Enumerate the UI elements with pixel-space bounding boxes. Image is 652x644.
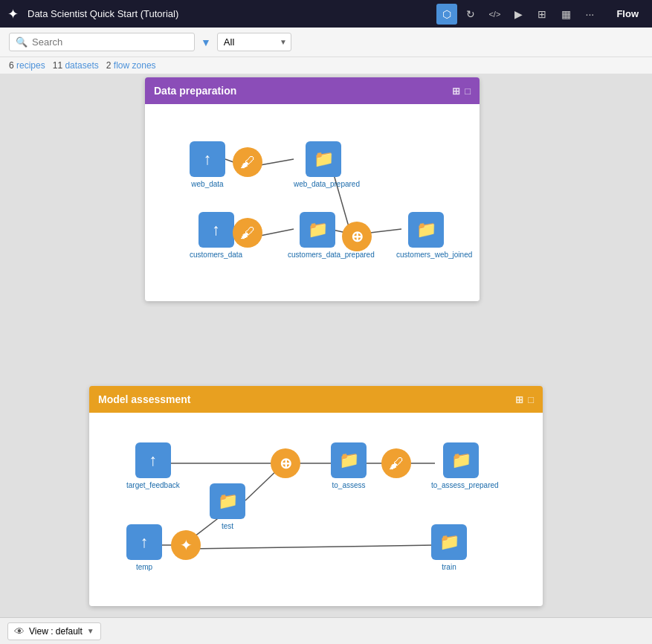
- view-select[interactable]: 👁 View : default ▼: [7, 622, 101, 640]
- node-to-assess[interactable]: 📁 to_assess: [331, 442, 367, 489]
- zone-model-header: Model assessment ⊞ □: [89, 386, 543, 413]
- search-input[interactable]: [32, 36, 188, 48]
- split-icon: ✦: [180, 536, 193, 554]
- join-recipe-box: ⊕: [342, 222, 372, 251]
- node-customers-web-joined[interactable]: 📁 customers_web_joined: [396, 212, 456, 259]
- train-box: 📁: [431, 524, 467, 560]
- folder-icon5: 📁: [339, 451, 359, 470]
- customers-data-box: ↑: [198, 212, 234, 248]
- play-nav-icon[interactable]: ▶: [508, 4, 529, 25]
- stats-bar: 6 recipes 11 datasets 2 flow zones: [0, 57, 652, 74]
- node-customers-data-prepared[interactable]: 📁 customers_data_prepared: [288, 212, 347, 259]
- node-test[interactable]: 📁 test: [210, 483, 245, 530]
- search-icon: 🔍: [16, 36, 28, 48]
- to-assess-prepared-box: 📁: [443, 442, 479, 478]
- web-data-prepared-label: web_data_prepared: [294, 180, 353, 188]
- customers-data-prepared-label: customers_data_prepared: [288, 251, 347, 259]
- web-data-box: ↑: [190, 141, 225, 177]
- zone-prep-pin-icon[interactable]: ⊞: [452, 86, 460, 97]
- navbar: ✦ Data Scientist Quick Start (Tutorial) …: [0, 0, 652, 28]
- customers-web-joined-label: customers_web_joined: [396, 251, 456, 259]
- folder-icon4: 📁: [218, 492, 238, 511]
- to-assess-label: to_assess: [332, 481, 365, 489]
- zone-data-preparation: Data preparation ⊞ □: [145, 77, 480, 301]
- prep-recipe1-box: 🖌: [233, 147, 262, 177]
- customers-data-prepared-box: 📁: [300, 212, 335, 248]
- to-assess-prepared-label: to_assess_prepared: [431, 481, 491, 489]
- datasets-link[interactable]: datasets: [65, 60, 98, 71]
- node-prep-recipe1[interactable]: 🖌: [233, 147, 262, 177]
- deploy-nav-icon[interactable]: ⊞: [532, 4, 552, 25]
- join-icon2: ⊕: [280, 454, 292, 472]
- app-logo: ✦: [7, 6, 19, 22]
- upload-icon2: ↑: [212, 220, 220, 239]
- node-web-data[interactable]: ↑ web_data: [190, 141, 225, 188]
- customers-data-label: customers_data: [190, 251, 242, 259]
- prep-flow-svg: [145, 104, 480, 301]
- train-label: train: [442, 563, 456, 571]
- flow-label: Flow: [610, 7, 645, 21]
- zone-prep-header: Data preparation ⊞ □: [145, 77, 480, 104]
- zone-model-expand-icon[interactable]: □: [528, 394, 534, 405]
- filter-wrapper[interactable]: All Datasets Recipes Flow zones ▼: [217, 33, 291, 51]
- filter-icon: ▼: [201, 36, 211, 48]
- folder-icon1: 📁: [314, 149, 334, 169]
- temp-box: ↑: [126, 524, 162, 560]
- search-box[interactable]: 🔍: [9, 33, 195, 51]
- more-nav-icon[interactable]: ···: [579, 4, 600, 25]
- recipes-count: 6: [9, 60, 14, 71]
- node-target-feedback[interactable]: ↑ target_feedback: [126, 442, 180, 489]
- flow-nav-icon[interactable]: ⬡: [436, 4, 457, 25]
- filter-select[interactable]: All Datasets Recipes Flow zones: [217, 33, 291, 51]
- node-temp[interactable]: ↑ temp: [126, 524, 162, 571]
- node-web-data-prepared[interactable]: 📁 web_data_prepared: [294, 141, 353, 188]
- svg-line-14: [188, 545, 435, 549]
- view-label: View : default: [29, 626, 83, 637]
- test-box: 📁: [210, 483, 245, 519]
- node-prep-recipe2[interactable]: 🖌: [233, 218, 262, 248]
- zone-model-title: Model assessment: [98, 393, 191, 405]
- node-train[interactable]: 📁 train: [431, 524, 467, 571]
- node-to-assess-prepared[interactable]: 📁 to_assess_prepared: [431, 442, 491, 489]
- prep-recipe2-box: 🖌: [233, 218, 262, 248]
- zones-count: 2: [106, 60, 112, 71]
- node-assess-recipe[interactable]: 🖌: [381, 448, 411, 478]
- code-nav-icon[interactable]: </>: [484, 4, 505, 25]
- svg-line-1: [260, 159, 294, 165]
- zones-link[interactable]: flow zones: [114, 60, 156, 71]
- zone-prep-header-icons: ⊞ □: [452, 86, 471, 97]
- brush-icon3: 🖌: [389, 455, 404, 472]
- zone-model-body: ↑ target_feedback 📁 test ⊕ 📁: [89, 413, 543, 606]
- table-nav-icon[interactable]: ▦: [555, 4, 576, 25]
- bottom-bar: 👁 View : default ▼: [0, 617, 652, 644]
- node-split-recipe[interactable]: ✦: [171, 530, 201, 560]
- zone-prep-title: Data preparation: [154, 85, 236, 97]
- node-join-recipe2[interactable]: ⊕: [271, 448, 300, 478]
- brush-icon1: 🖌: [240, 154, 255, 171]
- refresh-nav-icon[interactable]: ↻: [460, 4, 481, 25]
- zone-prep-expand-icon[interactable]: □: [465, 86, 471, 97]
- web-data-label: web_data: [191, 180, 223, 188]
- folder-icon3: 📁: [416, 220, 436, 239]
- upload-icon3: ↑: [149, 451, 157, 470]
- folder-icon2: 📁: [308, 220, 328, 239]
- eye-icon: 👁: [14, 625, 25, 637]
- join-icon: ⊕: [351, 228, 364, 245]
- to-assess-box: 📁: [331, 442, 367, 478]
- datasets-count: 11: [53, 60, 62, 71]
- assess-recipe-box: 🖌: [381, 448, 411, 478]
- temp-label: temp: [136, 563, 152, 571]
- zone-prep-body: ↑ web_data 🖌 📁 web_data_prepared: [145, 104, 480, 301]
- zone-model-header-icons: ⊞ □: [515, 394, 534, 405]
- upload-icon4: ↑: [141, 532, 149, 552]
- recipes-link[interactable]: recipes: [16, 60, 45, 71]
- toolbar: 🔍 ▼ All Datasets Recipes Flow zones ▼: [0, 28, 652, 57]
- model-flow-svg: [89, 413, 543, 606]
- split-recipe-box: ✦: [171, 530, 201, 560]
- view-select-arrow-icon: ▼: [87, 627, 94, 635]
- zone-model-pin-icon[interactable]: ⊞: [515, 394, 523, 405]
- target-feedback-box: ↑: [135, 442, 171, 478]
- upload-icon: ↑: [204, 149, 212, 169]
- target-feedback-label: target_feedback: [126, 481, 180, 489]
- node-join-recipe[interactable]: ⊕: [342, 222, 372, 251]
